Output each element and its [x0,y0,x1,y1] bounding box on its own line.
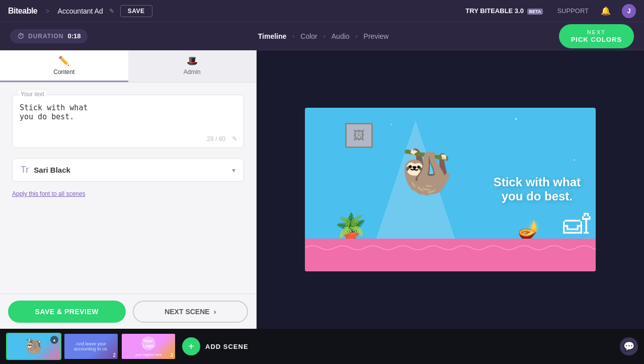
text-edit-icon[interactable]: ✎ [232,135,237,142]
char-count: 28 / 80 [207,135,225,142]
next-label: NEXT [571,29,622,35]
left-panel: ✏️ Content 🎩 Admin Your text Stick with … [0,50,257,329]
scene-1-up-icon: ▲ [50,336,58,344]
user-avatar[interactable]: J [622,4,636,18]
add-scene-label: ADD SCENE [205,343,249,350]
duration-badge: ⏱ DURATION 0:18 [10,29,88,43]
star-decoration-2: ✦ [573,158,576,162]
scene-thumb-3[interactable]: YourLogo your tagline here 3 [121,333,176,360]
topbar: Biteable > Accountant Ad ✎ SAVE TRY BITE… [0,0,644,22]
scene-background: ✦ ✦ ✦ 🖼 🪴 🦥 🛋 🪔 Stick [305,108,596,271]
step-timeline[interactable]: Timeline [258,32,287,40]
breadcrumb-separator: > [45,7,49,15]
tab-admin[interactable]: 🎩 Admin [128,50,257,82]
sloth-character: 🦥 [400,147,454,197]
content-tab-label: Content [53,68,74,76]
add-scene-button[interactable]: + ADD SCENE [182,337,249,355]
font-name: Sari Black [34,166,232,174]
scene-thumb-2[interactable]: And leave your accounting to us. 2 [63,333,119,360]
text-field-group: Your text Stick with what you do best. 2… [12,95,244,148]
star-decoration-1: ✦ [514,117,518,121]
font-selector[interactable]: Tr Sari Black ▾ [12,158,244,182]
next-scene-button[interactable]: NEXT SCENE › [133,301,249,323]
step-color-label: Color [300,32,317,40]
admin-tab-label: Admin [184,68,201,76]
panel-content: Your text Stick with what you do best. 2… [0,83,256,329]
scene-thumb-1[interactable]: 🦥 ▲ [6,333,61,360]
duration-label: DURATION [28,33,63,40]
next-pick-colors-button[interactable]: NEXT PICK COLORS [559,24,634,48]
steps-nav: Timeline › Color › Audio › Preview [88,32,558,40]
apply-font-button[interactable]: Apply this font to all scenes [12,190,85,197]
admin-tab-icon: 🎩 [187,55,198,66]
next-scene-arrow-icon: › [214,308,216,316]
step-preview[interactable]: Preview [364,32,389,40]
support-link[interactable]: SUPPORT [557,7,589,15]
wave-svg [305,243,596,253]
step-arrow-2: › [324,33,326,40]
lamp-decoration: 🪔 [518,219,540,240]
next-scene-label: NEXT SCENE [165,308,209,316]
main-area: ✏️ Content 🎩 Admin Your text Stick with … [0,50,644,329]
try-biteable-label: TRY BITEABLE 3.0 BETA [465,7,543,15]
plant-decoration: 🪴 [335,212,366,241]
canvas-area: ✦ ✦ ✦ 🖼 🪴 🦥 🛋 🪔 Stick [257,50,644,329]
step-arrow-3: › [356,33,358,40]
tab-content[interactable]: ✏️ Content [0,50,128,82]
font-icon: Tr [21,165,29,175]
filmstrip: 🦥 ▲ And leave your accounting to us. 2 Y… [0,329,644,364]
scene-text-overlay: Stick with what you do best. [494,175,581,204]
clock-icon: ⏱ [17,32,24,40]
scene-2-number: 2 [113,352,116,358]
beta-badge: BETA [527,9,543,15]
scene-canvas: ✦ ✦ ✦ 🖼 🪴 🦥 🛋 🪔 Stick [305,108,596,271]
save-preview-button[interactable]: SAVE & PREVIEW [8,301,126,323]
step-audio-label: Audio [332,32,350,40]
step-timeline-label: Timeline [258,32,287,40]
add-icon: + [182,337,200,355]
chat-icon: 💬 [623,341,634,352]
text-field-label: Your text [19,91,46,98]
scene-3-number: 3 [170,352,173,358]
chat-button[interactable]: 💬 [620,337,638,355]
step-arrow-1: › [292,33,294,40]
save-button[interactable]: SAVE [120,5,152,17]
duration-value: 0:18 [67,32,80,40]
step-audio[interactable]: Audio [332,32,350,40]
chevron-down-icon: ▾ [232,166,235,174]
edit-project-name-icon[interactable]: ✎ [109,8,114,15]
logo-circle: YourLogo [141,336,155,350]
content-tab-icon: ✏️ [58,55,69,66]
step-preview-label: Preview [364,32,389,40]
sofa-decoration: 🛋 [563,208,591,240]
bottom-action-bar: SAVE & PREVIEW NEXT SCENE › [0,294,257,329]
step-color[interactable]: Color [300,32,317,40]
project-name: Accountant Ad [57,7,103,15]
biteable-logo[interactable]: Biteable [8,7,37,16]
next-action-label: PICK COLORS [571,36,622,43]
picture-frame: 🖼 [345,123,373,148]
notification-icon[interactable]: 🔔 [601,6,611,16]
stepbar: ⏱ DURATION 0:18 Timeline › Color › Audio… [0,22,644,50]
tabs-row: ✏️ Content 🎩 Admin [0,50,256,83]
pink-floor [305,239,596,271]
